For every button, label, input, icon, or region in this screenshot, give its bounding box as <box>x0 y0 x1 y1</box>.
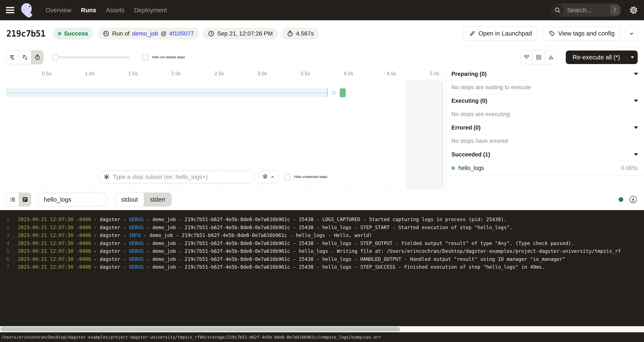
gantt-zoom-slider[interactable] <box>52 54 130 61</box>
slider-knob[interactable] <box>52 54 58 60</box>
gantt-view-mode-toggle <box>6 50 44 64</box>
section-header-preparing[interactable]: Preparing (0) <box>446 68 644 80</box>
snapshot-id-link[interactable]: 4f105077 <box>169 30 194 37</box>
hide-unselected-checkbox[interactable] <box>284 174 291 180</box>
layers-icon <box>262 174 268 180</box>
step-subset-input[interactable]: Type a step subset (ex: hello_logs+) <box>98 170 255 183</box>
caret-down-icon <box>634 126 638 129</box>
axis-tick-label: 2.0s <box>171 70 181 76</box>
download-icon <box>629 195 638 204</box>
panel-layout-toggle <box>520 50 557 64</box>
log-lines: 12023-09-21 12:07:30 -0400 - dagster - D… <box>0 216 644 271</box>
menu-icon[interactable] <box>6 7 14 13</box>
axis-tick-label: 4.0s <box>344 70 353 76</box>
waterfall-view-icon <box>22 54 28 60</box>
section-header-executing[interactable]: Executing (0) <box>446 94 644 108</box>
dagster-logo-icon[interactable] <box>20 3 34 18</box>
log-step-filter-value: hello_logs <box>44 196 72 203</box>
open-in-launchpad-button[interactable]: Open in Launchpad <box>463 27 538 40</box>
axis-tick-label: 3.5s <box>300 70 310 76</box>
gantt-waterfall-view-button[interactable] <box>19 50 31 64</box>
line-number: 2 <box>0 224 9 232</box>
line-number: 6 <box>0 255 9 263</box>
at-separator: @ <box>161 30 166 37</box>
section-header-errored[interactable]: Errored (0) <box>446 121 644 134</box>
expand-bottom-panel-button[interactable] <box>545 50 557 64</box>
run-of-pill: Run of demo_job @ 4f105077 <box>98 28 199 40</box>
log-file-path: /Users/erincochran/Desktop/dagster-examp… <box>1 335 381 340</box>
reexecute-dropdown-caret[interactable] <box>627 50 638 64</box>
download-logs-button[interactable] <box>629 195 638 204</box>
gridline <box>348 80 349 188</box>
search-input[interactable]: Search... / <box>551 4 621 17</box>
timed-view-stopwatch-icon <box>34 54 40 60</box>
horizontal-scrollbar[interactable] <box>0 326 644 332</box>
section-title: Succeeded (1) <box>452 151 490 158</box>
pencil-icon <box>469 30 476 37</box>
settings-gear-icon[interactable] <box>629 6 638 14</box>
search-shortcut-key: / <box>610 5 620 16</box>
section-header-succeeded[interactable]: Succeeded (1) <box>446 148 644 161</box>
hide-not-started-checkbox[interactable] <box>142 54 149 61</box>
run-duration-pill: 4.567s <box>282 28 319 40</box>
gantt-flat-view-button[interactable] <box>6 50 19 64</box>
status-label: Success <box>64 30 88 37</box>
log-step-filter-input[interactable]: hello_logs <box>38 193 108 206</box>
caret-down-icon <box>634 153 638 156</box>
raw-log-view[interactable]: 12023-09-21 12:07:30 -0400 - dagster - D… <box>0 210 644 326</box>
collapse-bottom-panel-button[interactable] <box>520 50 532 64</box>
raw-log-view-button[interactable] <box>19 193 31 206</box>
line-number: 7 <box>0 263 9 271</box>
axis-tick-label: 2.5s <box>214 70 224 76</box>
axis-tick-label: 5.0s <box>430 70 439 76</box>
step-bar-hello-logs[interactable] <box>340 88 346 97</box>
console-icon <box>22 196 28 203</box>
structured-log-view-button[interactable] <box>6 193 19 206</box>
view-tags-config-button[interactable]: View tags and config <box>543 27 621 40</box>
log-line: 12023-09-21 12:07:30 -0400 - dagster - D… <box>0 216 644 224</box>
status-bar: /Users/erincochran/Desktop/dagster-examp… <box>0 332 644 342</box>
log-line: 32023-09-21 12:07:30 -0400 - dagster - I… <box>0 232 644 240</box>
line-number: 4 <box>0 240 9 248</box>
stopwatch-icon <box>287 30 294 37</box>
reexecute-all-button[interactable]: Re-execute all (*) <box>566 50 638 64</box>
waiting-band <box>6 88 328 97</box>
step-status-panel: Preparing (0) No steps are waiting to ex… <box>445 68 644 189</box>
run-status-badge: Success <box>53 28 93 40</box>
tab-stdout[interactable]: stdout <box>115 193 144 206</box>
section-title: Preparing (0) <box>452 71 487 77</box>
run-actions-dropdown-button[interactable] <box>626 27 638 40</box>
nav-item-overview[interactable]: Overview <box>46 7 71 14</box>
scrollbar-thumb[interactable] <box>0 327 400 332</box>
flat-view-icon <box>10 54 16 60</box>
run-duration: 4.567s <box>296 30 314 37</box>
graph-query-options-button[interactable] <box>258 170 279 183</box>
run-timestamp-pill: Sep 21, 12:07:26 PM <box>203 28 278 40</box>
panel-split-icon <box>536 54 542 60</box>
nav-item-assets[interactable]: Assets <box>106 7 124 14</box>
split-panels-button[interactable] <box>532 50 545 64</box>
run-end-shade <box>406 80 440 188</box>
succeeded-step-row[interactable]: hello_logs 0.065s <box>446 161 644 176</box>
search-placeholder: Search... <box>564 7 610 14</box>
gantt-timed-view-button[interactable] <box>31 50 43 64</box>
tab-stderr[interactable]: stderr <box>144 193 172 206</box>
reexecute-all-label: Re-execute all (*) <box>566 50 627 64</box>
success-dot-icon <box>452 166 455 170</box>
gantt-scrollbar[interactable] <box>440 81 444 188</box>
axis-tick-label: 0.5s <box>42 70 52 76</box>
nav-item-runs[interactable]: Runs <box>81 7 96 14</box>
gutter-separator <box>13 210 13 326</box>
job-name-link[interactable]: demo_job <box>132 30 158 37</box>
status-dot-icon <box>58 32 62 36</box>
waiting-dashed-line <box>6 93 327 93</box>
tag-icon <box>549 30 555 37</box>
hide-unselected-checkbox-row[interactable]: Hide unselected steps <box>284 174 327 180</box>
caret-down-icon <box>634 73 638 75</box>
hide-not-started-checkbox-row[interactable]: Hide not started steps <box>142 54 185 61</box>
top-nav: Overview Runs Assets Deployment Search..… <box>0 0 644 20</box>
axis-tick-label: 1.5s <box>128 70 138 76</box>
nav-item-deployment[interactable]: Deployment <box>134 7 167 14</box>
log-line: 52023-09-21 12:07:30 -0400 - dagster - D… <box>0 247 644 255</box>
section-empty-executing: No steps are executing <box>446 108 644 121</box>
